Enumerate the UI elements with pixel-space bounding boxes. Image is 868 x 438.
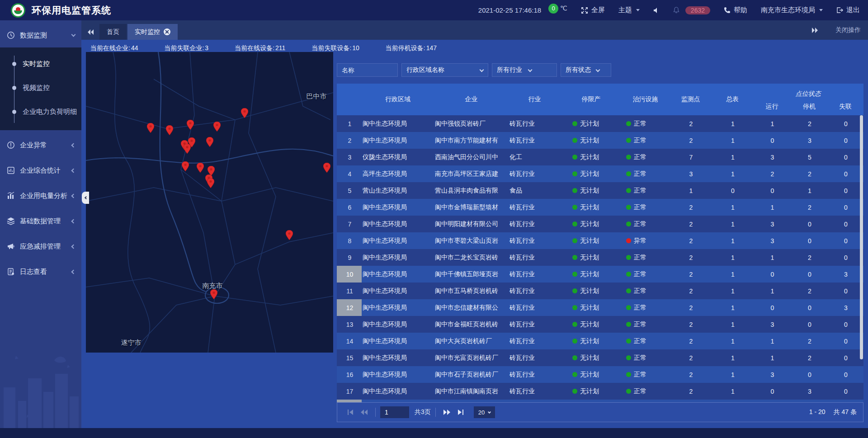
table-row[interactable]: 9 阆中生态环境局 阆中市二龙长宝页岩砖 砖瓦行业 无计划 正常 2 1 1 2… — [337, 249, 863, 266]
name-filter[interactable] — [337, 63, 398, 77]
status-dot-icon — [572, 205, 577, 210]
sound-button[interactable] — [653, 7, 660, 14]
cell-monitor-count: 3 — [669, 170, 712, 178]
map-pin[interactable] — [187, 120, 194, 130]
sidebar-subitem[interactable]: 企业电力负荷明细 — [0, 100, 81, 124]
sidebar-item[interactable]: 数据监测 — [0, 25, 81, 46]
column-header[interactable]: 监测点 — [669, 84, 712, 115]
table-row[interactable]: 17 阆中生态环境局 阆中市江南镇阆南页岩 砖瓦行业 无计划 正常 2 1 0 … — [337, 383, 863, 400]
column-header[interactable]: 行政区域 — [362, 84, 434, 115]
close-icon[interactable] — [164, 28, 170, 35]
map-pin[interactable] — [197, 163, 204, 173]
sidebar-subitem[interactable]: 实时监控 — [0, 52, 81, 76]
column-header[interactable]: 失联 — [827, 98, 863, 115]
column-header[interactable]: 总表 — [712, 84, 753, 115]
table-row[interactable]: 13 阆中生态环境局 阆中市金福旺页岩机砖 砖瓦行业 无计划 正常 2 1 3 … — [337, 316, 863, 333]
cell-run-count: 1 — [753, 354, 791, 362]
table-row[interactable]: 12 阆中生态环境局 阆中市忠信建材有限公 砖瓦行业 无计划 正常 2 1 0 … — [337, 299, 863, 316]
column-header[interactable]: 行业 — [509, 84, 561, 115]
sidebar-item[interactable]: 企业异常 — [0, 135, 81, 155]
map-pin[interactable] — [286, 230, 293, 240]
cell-region: 阆中生态环境局 — [362, 137, 434, 145]
map-pin[interactable] — [166, 125, 173, 135]
table-scrollbar[interactable] — [860, 115, 863, 359]
table-row[interactable]: 4 高坪生态环境局 南充市高坪区王家店建 砖瓦行业 无计划 正常 3 1 2 2… — [337, 165, 863, 182]
status-dot-icon — [572, 322, 577, 327]
map-pin[interactable] — [323, 163, 330, 173]
row-index: 8 — [337, 232, 362, 249]
table-row[interactable]: 5 营山生态环境局 营山县润丰肉食品有限 食品 无计划 正常 1 0 0 1 0 — [337, 182, 863, 199]
map-panel[interactable]: 巴中市南充市遂宁市 — [86, 52, 333, 353]
sidebar-item[interactable]: 应急减排管理 — [0, 236, 81, 257]
cell-run-count: 3 — [753, 221, 791, 228]
industry-filter-select[interactable]: 所有行业 — [492, 63, 557, 77]
column-header[interactable]: 企业 — [434, 84, 509, 115]
table-row[interactable]: 16 阆中生态环境局 阆中市石子页岩机砖厂 砖瓦行业 无计划 正常 2 1 3 … — [337, 366, 863, 383]
theme-dropdown[interactable]: 主题 — [618, 6, 640, 14]
status-filter-select[interactable]: 所有状态 — [561, 63, 611, 77]
first-page-button[interactable] — [344, 406, 357, 418]
table-row[interactable]: 14 阆中生态环境局 阆中大兴页岩机砖厂 砖瓦行业 无计划 正常 2 1 1 2… — [337, 333, 863, 349]
tab-首页[interactable]: 首页 — [99, 24, 127, 40]
map-pin[interactable] — [182, 161, 189, 171]
cell-monitor-count: 2 — [669, 271, 712, 278]
stats-icon — [6, 166, 15, 175]
help-button[interactable]: 帮助 — [724, 6, 747, 14]
cell-facility-status: 正常 — [622, 153, 669, 161]
sidebar-menu: 数据监测 实时监控 视频监控 企业电力负荷明细 企业异 — [0, 25, 81, 282]
table-row[interactable]: 2 阆中生态环境局 阆中市南方节能建材有 砖瓦行业 无计划 正常 2 1 0 3… — [337, 132, 863, 149]
sidebar-item[interactable]: 日志查看 — [0, 261, 81, 282]
total-records-label: 共 47 条 — [834, 408, 857, 416]
logout-button[interactable]: 退出 — [836, 6, 860, 14]
tab-实时监控[interactable]: 实时监控 — [127, 24, 178, 40]
prev-page-button[interactable] — [357, 406, 371, 418]
map-pin[interactable] — [147, 123, 154, 133]
column-header[interactable]: 停机 — [791, 98, 827, 115]
cell-industry: 砖瓦行业 — [509, 270, 561, 278]
cell-meter-count: 1 — [712, 204, 753, 211]
close-operations-button[interactable]: 关闭操作 — [835, 26, 861, 34]
gauge-icon — [6, 31, 15, 40]
name-filter-input[interactable] — [342, 66, 393, 74]
cell-meter-count: 1 — [712, 237, 753, 245]
map-pin[interactable] — [207, 178, 214, 188]
page-number-input[interactable] — [380, 406, 409, 418]
region-filter-select[interactable]: 行政区域名称 — [401, 63, 488, 77]
status-dot-icon — [626, 238, 631, 243]
table-row[interactable]: 7 阆中生态环境局 阆中明阳建材有限公司 砖瓦行业 无计划 正常 2 1 3 0… — [337, 216, 863, 232]
map-pin[interactable] — [241, 108, 248, 118]
total-pages-label: 共3页 — [415, 408, 431, 416]
org-dropdown[interactable]: 南充市生态环境局 — [761, 6, 823, 14]
column-header[interactable]: 治污设施 — [622, 84, 669, 115]
sidebar-item-label: 企业用电量分析 — [20, 192, 72, 200]
cell-company: 阆中市五马桥页岩机砖 — [434, 287, 509, 295]
table-row[interactable]: 3 仪陇生态环境局 西南油气田分公司川中 化工 无计划 正常 7 1 3 5 0 — [337, 149, 863, 165]
table-row[interactable]: 6 阆中生态环境局 阆中市金博瑞新型墙材 砖瓦行业 无计划 正常 2 1 1 2… — [337, 199, 863, 216]
table-row[interactable]: 15 阆中生态环境局 阆中市光富页岩机砖厂 砖瓦行业 无计划 正常 2 1 1 … — [337, 349, 863, 366]
last-page-button[interactable] — [454, 406, 467, 418]
tabs-scroll-left-button[interactable] — [81, 24, 99, 40]
map-pin[interactable] — [184, 144, 191, 154]
table-row[interactable]: 11 阆中生态环境局 阆中市五马桥页岩机砖 砖瓦行业 无计划 正常 2 1 1 … — [337, 283, 863, 299]
table-row[interactable]: 8 阆中生态环境局 阆中市枣碧大梁山页岩 砖瓦行业 无计划 异常 2 1 3 0… — [337, 232, 863, 249]
column-header[interactable]: 停限产 — [561, 84, 622, 115]
sidebar-submenu: 实时监控 视频监控 企业电力负荷明细 — [0, 47, 81, 130]
sidebar-subitem[interactable]: 视频监控 — [0, 76, 81, 100]
sidebar-item[interactable]: 企业综合统计 — [0, 160, 81, 181]
map-pin[interactable] — [206, 137, 213, 147]
page-size-select[interactable]: 20 — [474, 406, 495, 418]
table-row[interactable]: 10 阆中生态环境局 阆中千佛镇五郎垭页岩 砖瓦行业 无计划 正常 2 1 0 … — [337, 266, 863, 283]
sidebar-collapse-button[interactable] — [82, 192, 89, 204]
cell-production-status: 无计划 — [561, 237, 622, 245]
table-row[interactable]: 1 阆中生态环境局 阆中强锐页岩砖厂 砖瓦行业 无计划 正常 2 1 1 2 0 — [337, 115, 863, 132]
column-header[interactable]: 运行 — [753, 98, 791, 115]
next-page-button[interactable] — [440, 406, 454, 418]
tabs-scroll-right-button[interactable] — [806, 22, 824, 38]
fullscreen-button[interactable]: 全屏 — [581, 6, 605, 14]
row-index: 7 — [337, 216, 362, 232]
map-pin[interactable] — [210, 289, 217, 299]
notifications[interactable]: 2632 — [673, 6, 710, 14]
sidebar-item[interactable]: 企业用电量分析 — [0, 185, 81, 206]
sidebar-item[interactable]: 基础数据管理 — [0, 211, 81, 231]
map-pin[interactable] — [213, 122, 221, 132]
